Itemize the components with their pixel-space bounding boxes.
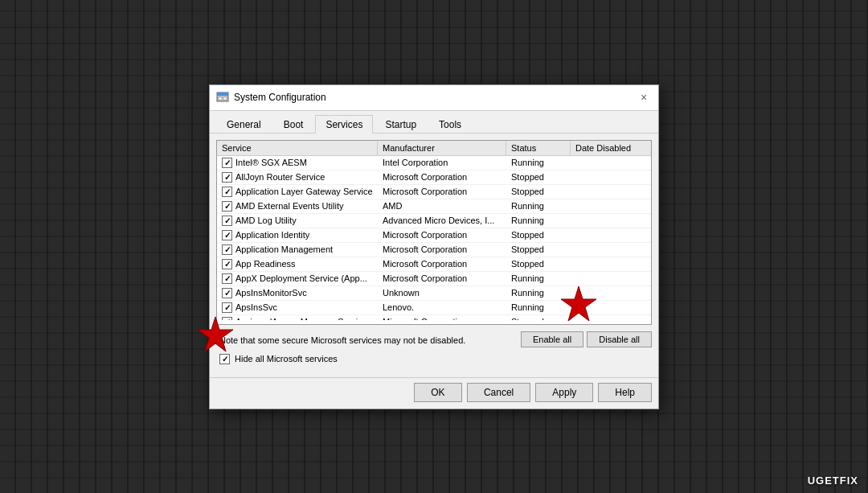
service-name: Intel® SGX AESM <box>235 158 307 167</box>
table-row[interactable]: AssignedAccessManager ServiceMicrosoft C… <box>217 315 651 320</box>
manufacturer-cell: Advanced Micro Devices, I... <box>378 214 506 228</box>
status-cell: Stopped <box>506 315 571 320</box>
service-checkbox[interactable] <box>222 216 232 226</box>
manufacturer-cell: Microsoft Corporation <box>378 185 506 199</box>
system-config-dialog: System Configuration × General Boot Serv… <box>209 84 659 409</box>
manufacturer-cell: Microsoft Corporation <box>378 272 506 286</box>
help-button[interactable]: Help <box>598 383 652 402</box>
status-cell: Running <box>506 199 571 213</box>
status-cell: Stopped <box>506 185 571 199</box>
service-checkbox[interactable] <box>222 187 232 197</box>
table-row[interactable]: Application Layer Gateway ServiceMicroso… <box>217 185 651 199</box>
service-cell: Application Identity <box>217 228 378 242</box>
tab-startup[interactable]: Startup <box>375 115 427 134</box>
tab-bar: General Boot Services Startup Tools <box>210 111 658 134</box>
date-cell <box>571 199 651 213</box>
note-text: Note that some secure Microsoft services… <box>216 331 469 348</box>
service-cell: AppX Deployment Service (App... <box>217 272 378 286</box>
table-row[interactable]: Application ManagementMicrosoft Corporat… <box>217 243 651 257</box>
table-row[interactable]: ApsInsSvcLenovo.Running <box>217 301 651 315</box>
tab-content: Service Manufacturer Status Date Disable… <box>210 134 658 374</box>
tab-services[interactable]: Services <box>315 115 373 134</box>
svg-rect-3 <box>223 97 227 100</box>
tab-tools[interactable]: Tools <box>428 115 472 134</box>
status-cell: Stopped <box>506 243 571 257</box>
service-name: App Readiness <box>235 259 296 269</box>
service-cell: AMD Log Utility <box>217 214 378 228</box>
service-name: ApsInsSvc <box>235 302 277 312</box>
service-checkbox[interactable] <box>222 158 232 168</box>
table-row[interactable]: Intel® SGX AESMIntel CorporationRunning <box>217 156 651 170</box>
manufacturer-cell: Microsoft Corporation <box>378 228 506 242</box>
window-title: System Configuration <box>234 92 326 103</box>
svg-rect-2 <box>219 97 222 100</box>
service-cell: ApsInsMonitorSvc <box>217 286 378 300</box>
service-name: AssignedAccessManager Service <box>235 317 367 320</box>
date-cell <box>571 272 651 286</box>
tab-general[interactable]: General <box>216 115 272 134</box>
table-header: Service Manufacturer Status Date Disable… <box>217 141 651 156</box>
cancel-button[interactable]: Cancel <box>467 383 530 402</box>
col-header-service: Service <box>217 141 378 155</box>
manufacturer-cell: Microsoft Corporation <box>378 257 506 271</box>
table-row[interactable]: ApsInsMonitorSvcUnknownRunning <box>217 286 651 301</box>
manufacturer-cell: Microsoft Corporation <box>378 243 506 257</box>
service-checkbox[interactable] <box>222 259 232 269</box>
date-cell <box>571 185 651 199</box>
close-button[interactable]: × <box>636 89 652 105</box>
date-cell <box>571 156 651 170</box>
table-row[interactable]: App ReadinessMicrosoft CorporationStoppe… <box>217 257 651 272</box>
service-checkbox[interactable] <box>222 230 232 240</box>
table-body[interactable]: Intel® SGX AESMIntel CorporationRunningA… <box>217 156 651 320</box>
manufacturer-cell: AMD <box>378 199 506 213</box>
service-name: AMD Log Utility <box>235 216 297 225</box>
manufacturer-cell: Microsoft Corporation <box>378 170 506 184</box>
service-name: Application Identity <box>235 230 309 240</box>
disable-all-button[interactable]: Disable all <box>587 331 652 347</box>
watermark: UGETFIX <box>808 475 858 487</box>
service-checkbox[interactable] <box>222 244 232 255</box>
table-row[interactable]: AMD External Events UtilityAMDRunning <box>217 199 651 214</box>
service-name: AMD External Events Utility <box>235 201 343 211</box>
service-checkbox[interactable] <box>222 288 232 298</box>
service-checkbox[interactable] <box>222 172 232 183</box>
service-name: Application Management <box>235 244 333 254</box>
service-checkbox[interactable] <box>222 273 232 284</box>
enable-all-button[interactable]: Enable all <box>521 331 583 347</box>
table-row[interactable]: AllJoyn Router ServiceMicrosoft Corporat… <box>217 170 651 185</box>
status-cell: Running <box>506 272 571 286</box>
service-checkbox[interactable] <box>222 201 232 212</box>
service-checkbox[interactable] <box>222 317 232 320</box>
date-cell <box>571 170 651 184</box>
table-row[interactable]: AppX Deployment Service (App...Microsoft… <box>217 272 651 286</box>
hide-microsoft-label: Hide all Microsoft services <box>235 354 338 364</box>
service-name: ApsInsMonitorSvc <box>235 288 307 298</box>
tab-boot[interactable]: Boot <box>273 115 314 134</box>
date-cell <box>571 315 651 320</box>
status-cell: Running <box>506 301 571 314</box>
date-cell <box>571 214 651 228</box>
hide-microsoft-row: Hide all Microsoft services <box>216 351 652 368</box>
service-name: AllJoyn Router Service <box>235 172 325 182</box>
service-cell: Intel® SGX AESM <box>217 156 378 170</box>
service-cell: Application Layer Gateway Service <box>217 185 378 199</box>
status-cell: Running <box>506 286 571 300</box>
status-cell: Stopped <box>506 228 571 242</box>
col-header-status: Status <box>506 141 571 155</box>
hide-microsoft-checkbox[interactable] <box>219 354 230 364</box>
service-cell: App Readiness <box>217 257 378 271</box>
date-cell <box>571 301 651 314</box>
status-cell: Stopped <box>506 170 571 184</box>
col-header-date: Date Disabled <box>571 141 652 155</box>
ok-button[interactable]: OK <box>414 383 462 402</box>
service-cell: Application Management <box>217 243 378 257</box>
service-checkbox[interactable] <box>222 302 232 313</box>
service-name: Application Layer Gateway Service <box>235 187 373 196</box>
status-cell: Stopped <box>506 257 571 271</box>
apply-button[interactable]: Apply <box>535 383 593 402</box>
window-icon <box>216 91 229 104</box>
table-row[interactable]: Application IdentityMicrosoft Corporatio… <box>217 228 651 243</box>
table-row[interactable]: AMD Log UtilityAdvanced Micro Devices, I… <box>217 214 651 228</box>
service-cell: AllJoyn Router Service <box>217 170 378 184</box>
date-cell <box>571 243 651 257</box>
